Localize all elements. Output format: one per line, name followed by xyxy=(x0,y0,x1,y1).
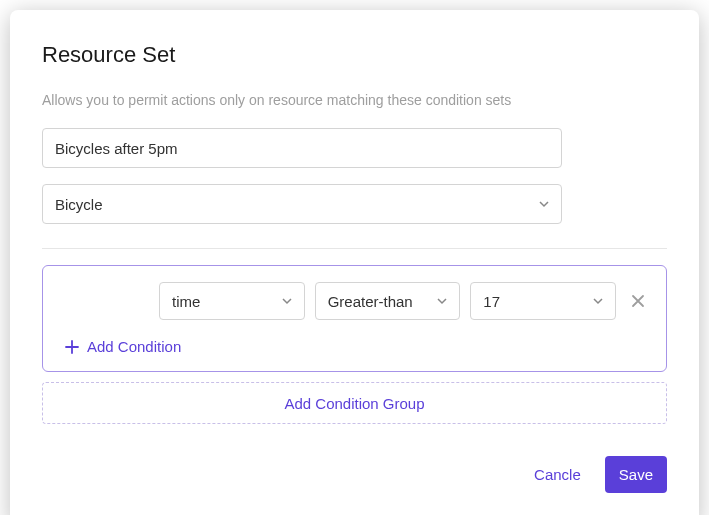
add-condition-group-button[interactable]: Add Condition Group xyxy=(42,382,667,424)
cancel-button[interactable]: Cancle xyxy=(526,458,589,491)
remove-condition-button[interactable] xyxy=(626,289,650,313)
condition-row: time Greater-than 17 xyxy=(59,282,650,320)
chevron-down-icon xyxy=(539,199,549,209)
dialog-description: Allows you to permit actions only on res… xyxy=(42,92,667,108)
divider xyxy=(42,248,667,249)
condition-attribute-select[interactable]: time xyxy=(159,282,305,320)
plus-icon xyxy=(65,340,79,354)
condition-operator-value: Greater-than xyxy=(328,293,413,310)
dialog-footer: Cancle Save xyxy=(42,456,667,493)
save-button[interactable]: Save xyxy=(605,456,667,493)
add-condition-label: Add Condition xyxy=(87,338,181,355)
condition-group: time Greater-than 17 xyxy=(42,265,667,372)
condition-operator-select[interactable]: Greater-than xyxy=(315,282,461,320)
chevron-down-icon xyxy=(593,296,603,306)
chevron-down-icon xyxy=(437,296,447,306)
resource-set-name-input[interactable] xyxy=(42,128,562,168)
resource-type-value: Bicycle xyxy=(55,196,103,213)
condition-value-select[interactable]: 17 xyxy=(470,282,616,320)
close-icon xyxy=(631,294,645,308)
chevron-down-icon xyxy=(282,296,292,306)
resource-set-dialog: Resource Set Allows you to permit action… xyxy=(10,10,699,515)
condition-value-value: 17 xyxy=(483,293,500,310)
resource-type-select[interactable]: Bicycle xyxy=(42,184,562,224)
add-condition-button[interactable]: Add Condition xyxy=(59,338,650,355)
condition-attribute-value: time xyxy=(172,293,200,310)
dialog-title: Resource Set xyxy=(42,42,667,68)
